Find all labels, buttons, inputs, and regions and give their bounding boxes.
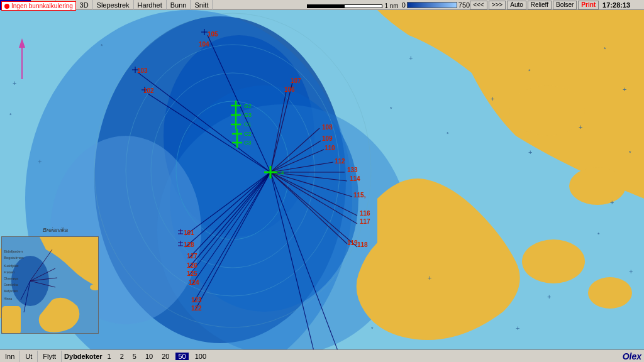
relief-button[interactable]: Relieff <box>528 1 552 9</box>
depth-gradient <box>407 2 457 8</box>
svg-point-8 <box>569 167 626 205</box>
status-text: Ingen bunnkalkulering <box>11 3 73 9</box>
svg-text:114: 114 <box>350 175 360 182</box>
svg-text:*: * <box>528 68 531 74</box>
svg-text:125: 125 <box>187 270 197 277</box>
svg-text:*: * <box>9 112 12 118</box>
svg-text:G2: G2 <box>244 103 252 109</box>
svg-text:+: + <box>579 123 582 131</box>
svg-text:+: + <box>13 79 16 87</box>
minimap[interactable]: Eidsfjorden Bogstulmen Kuabfjellet Frøis… <box>1 236 99 334</box>
bolser-button[interactable]: Bolser <box>553 1 577 9</box>
svg-text:105: 105 <box>208 31 218 38</box>
svg-text:+: + <box>528 148 532 156</box>
svg-text:117: 117 <box>360 218 370 225</box>
svg-text:127: 127 <box>187 253 197 260</box>
svg-text:104: 104 <box>199 41 209 48</box>
flytt-button[interactable]: Flytt <box>38 351 62 362</box>
svg-text:106: 106 <box>284 86 295 93</box>
depth-values: 1 2 5 10 20 50 100 <box>105 353 209 360</box>
svg-text:110: 110 <box>325 145 335 151</box>
svg-text:C3: C3 <box>244 140 252 146</box>
svg-text:C2: C2 <box>244 131 252 137</box>
svg-text:*: * <box>447 131 449 137</box>
menu-snitt[interactable]: Snitt <box>191 0 213 10</box>
depth-scale: 0 750 <box>402 1 470 9</box>
svg-text:119: 119 <box>347 239 358 246</box>
depth-100[interactable]: 100 <box>192 353 209 360</box>
time-display: 17:28:13 <box>600 1 633 9</box>
svg-text:Oksenøya: Oksenøya <box>4 277 18 280</box>
print-button[interactable]: Print <box>578 1 599 9</box>
svg-text:103: 103 <box>137 67 148 74</box>
svg-text:118: 118 <box>357 241 368 248</box>
svg-text:*: * <box>629 150 631 156</box>
svg-text:Frøisen: Frøisen <box>4 270 14 274</box>
svg-text:*: * <box>390 106 392 112</box>
svg-text:133: 133 <box>347 167 358 173</box>
svg-text:+: + <box>629 268 633 275</box>
svg-text:+: + <box>491 95 494 102</box>
svg-text:G3: G3 <box>244 112 252 118</box>
svg-text:128: 128 <box>184 241 194 248</box>
svg-text:115,: 115, <box>353 192 366 199</box>
nav-back-button[interactable]: <<< <box>470 1 487 9</box>
depth-5[interactable]: 5 <box>130 353 139 360</box>
svg-text:122: 122 <box>191 305 202 312</box>
scale-bar: 1 nm <box>307 3 398 9</box>
svg-text:Eidsfjorden: Eidsfjorden <box>4 250 23 253</box>
svg-text:C1: C1 <box>244 121 252 128</box>
svg-rect-124 <box>2 306 21 334</box>
scale-label: 1 nm <box>384 3 398 9</box>
depth-label: Dybdekoter <box>62 353 105 360</box>
status-dot <box>4 4 9 9</box>
svg-text:112: 112 <box>335 158 345 165</box>
depth-2[interactable]: 2 <box>118 353 126 360</box>
svg-text:Kuabfjellet: Kuabfjellet <box>4 264 19 268</box>
svg-text:102: 102 <box>143 87 154 94</box>
inn-button[interactable]: Inn <box>0 351 20 362</box>
svg-text:+: + <box>516 324 519 332</box>
svg-text:Mefjorden: Mefjorden <box>4 289 18 293</box>
scale-line <box>307 4 382 8</box>
depth-20[interactable]: 20 <box>159 353 172 360</box>
map-area[interactable]: + + + + + + + + + + + + * * * * * * * * … <box>0 10 644 349</box>
svg-text:*: * <box>101 43 103 49</box>
olex-brand: Olex <box>623 351 641 361</box>
depth-50[interactable]: 50 <box>175 353 188 360</box>
nav-fwd-button[interactable]: >>> <box>489 1 506 9</box>
auto-button[interactable]: Auto <box>507 1 526 9</box>
depth-max: 750 <box>458 1 470 9</box>
depth-1[interactable]: 1 <box>105 353 114 360</box>
svg-text:109: 109 <box>322 135 333 142</box>
svg-text:126: 126 <box>187 262 197 269</box>
svg-text:108: 108 <box>322 124 333 131</box>
svg-point-9 <box>522 239 585 283</box>
depth-min: 0 <box>402 1 406 9</box>
svg-text:Breiarvika: Breiarvika <box>43 227 68 233</box>
depth-10[interactable]: 10 <box>143 353 155 360</box>
svg-text:124: 124 <box>189 279 199 286</box>
svg-text:*: * <box>597 231 600 238</box>
svg-point-125 <box>81 257 96 267</box>
svg-text:+: + <box>38 158 42 165</box>
svg-text:C4: C4 <box>277 170 284 176</box>
svg-text:Hinna: Hinna <box>4 297 12 300</box>
svg-text:*: * <box>604 46 606 52</box>
menu-slepestrek[interactable]: Slepestrek <box>93 0 134 10</box>
menu-bunn[interactable]: Bunn <box>167 0 191 10</box>
svg-point-10 <box>588 277 632 309</box>
right-controls: <<< >>> Auto Relieff Bolser Print 17:28:… <box>470 0 633 10</box>
status-badge: Ingen bunnkalkulering <box>1 1 76 11</box>
svg-text:116: 116 <box>360 210 370 217</box>
statusbar: Inn Ut Flytt Dybdekoter 1 2 5 10 20 50 1… <box>0 349 644 362</box>
svg-text:Bogstulmen: Bogstulmen <box>4 256 24 260</box>
svg-text:107: 107 <box>291 77 301 84</box>
ut-button[interactable]: Ut <box>20 351 38 362</box>
svg-text:+: + <box>547 293 551 300</box>
svg-text:+: + <box>409 54 413 62</box>
svg-text:101: 101 <box>184 229 194 236</box>
menu-3d[interactable]: 3D <box>76 0 93 10</box>
menu-hardhet[interactable]: Hardhet <box>134 0 167 10</box>
svg-text:+: + <box>610 199 614 206</box>
